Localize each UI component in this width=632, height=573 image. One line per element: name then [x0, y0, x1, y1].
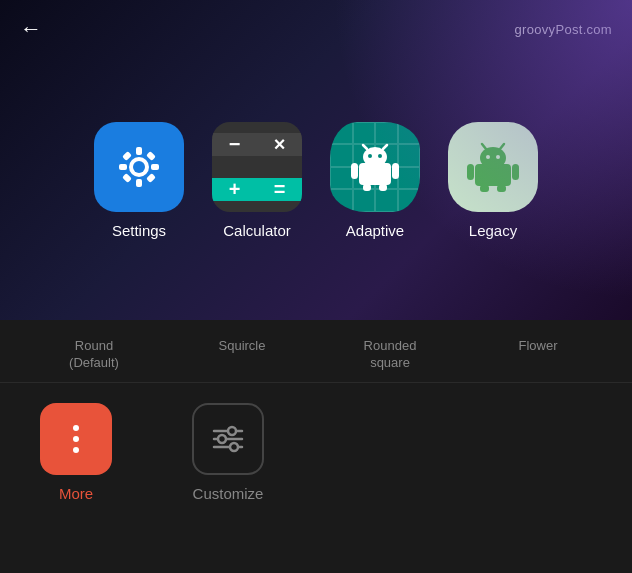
- shape-option-flower[interactable]: Flower: [498, 338, 578, 355]
- svg-rect-19: [379, 184, 387, 191]
- adaptive-label: Adaptive: [346, 222, 404, 239]
- calc-equals: =: [257, 178, 302, 201]
- more-icon-container: [40, 403, 112, 475]
- apps-grid: Settings − × + = Calculator: [94, 122, 538, 239]
- svg-point-13: [378, 154, 382, 158]
- flower-label: Flower: [518, 338, 557, 355]
- svg-line-15: [383, 145, 387, 149]
- shape-options-row: Round(Default) Squircle Roundedsquare Fl…: [0, 320, 632, 383]
- svg-line-24: [482, 144, 486, 149]
- svg-point-22: [486, 155, 490, 159]
- adaptive-icon-container: [330, 122, 420, 212]
- svg-rect-27: [512, 164, 519, 180]
- bottom-icons-row: More Customize: [0, 383, 632, 522]
- calc-plus: +: [212, 178, 257, 201]
- svg-point-35: [230, 443, 238, 451]
- bottom-section: Round(Default) Squircle Roundedsquare Fl…: [0, 320, 632, 573]
- more-label: More: [59, 485, 93, 502]
- dot-3: [73, 447, 79, 453]
- svg-point-34: [218, 435, 226, 443]
- svg-rect-2: [136, 147, 142, 155]
- settings-icon-container: [94, 122, 184, 212]
- legacy-icon-container: [448, 122, 538, 212]
- svg-rect-16: [351, 163, 358, 179]
- app-item-adaptive[interactable]: Adaptive: [330, 122, 420, 239]
- more-item[interactable]: More: [40, 403, 112, 502]
- dot-2: [73, 436, 79, 442]
- app-item-legacy[interactable]: Legacy: [448, 122, 538, 239]
- shape-option-squircle[interactable]: Squircle: [202, 338, 282, 355]
- svg-rect-29: [497, 185, 506, 192]
- squircle-label: Squircle: [219, 338, 266, 355]
- svg-point-1: [133, 161, 145, 173]
- android-icon: [349, 141, 401, 193]
- calc-minus: −: [212, 133, 257, 156]
- svg-point-23: [496, 155, 500, 159]
- shape-option-round[interactable]: Round(Default): [54, 338, 134, 372]
- rounded-square-label: Roundedsquare: [364, 338, 417, 372]
- svg-rect-26: [467, 164, 474, 180]
- legacy-label: Legacy: [469, 222, 517, 239]
- customize-icon-container: [192, 403, 264, 475]
- svg-rect-4: [119, 164, 127, 170]
- top-section: ← groovyPost.com Se: [0, 0, 632, 320]
- svg-rect-9: [146, 173, 156, 183]
- dot-1: [73, 425, 79, 431]
- svg-rect-17: [392, 163, 399, 179]
- gear-icon: [111, 139, 167, 195]
- customize-label: Customize: [193, 485, 264, 502]
- svg-line-25: [500, 144, 504, 149]
- svg-rect-3: [136, 179, 142, 187]
- svg-rect-18: [363, 184, 371, 191]
- svg-point-33: [228, 427, 236, 435]
- svg-rect-5: [151, 164, 159, 170]
- calculator-label: Calculator: [223, 222, 291, 239]
- svg-rect-6: [122, 151, 132, 161]
- back-button[interactable]: ←: [20, 16, 42, 42]
- customize-item[interactable]: Customize: [192, 403, 264, 502]
- round-label: Round(Default): [69, 338, 119, 372]
- app-item-settings[interactable]: Settings: [94, 122, 184, 239]
- svg-rect-28: [480, 185, 489, 192]
- svg-point-21: [480, 147, 506, 169]
- three-dots-icon: [73, 425, 79, 453]
- svg-point-12: [368, 154, 372, 158]
- svg-rect-7: [146, 151, 156, 161]
- settings-label: Settings: [112, 222, 166, 239]
- calculator-icon-container: − × + =: [212, 122, 302, 212]
- header: ← groovyPost.com: [0, 0, 632, 58]
- calc-times: ×: [257, 133, 302, 156]
- app-item-calculator[interactable]: − × + = Calculator: [212, 122, 302, 239]
- legacy-android-icon: [465, 139, 521, 195]
- brand-label: groovyPost.com: [515, 22, 612, 37]
- svg-line-14: [363, 145, 367, 149]
- sliders-icon: [210, 421, 246, 457]
- svg-rect-8: [122, 173, 132, 183]
- shape-option-rounded-square[interactable]: Roundedsquare: [350, 338, 430, 372]
